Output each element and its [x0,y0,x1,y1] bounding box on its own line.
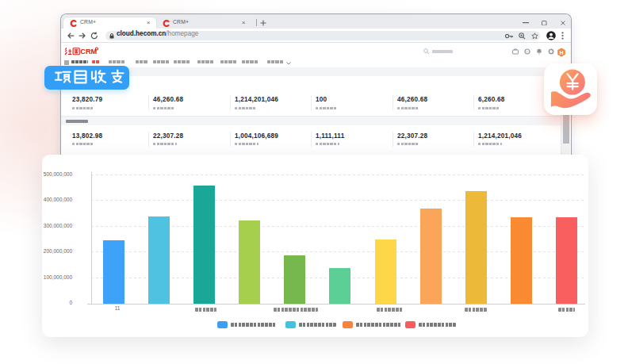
svg-text:CRM: CRM [80,48,97,56]
svg-text:H: H [559,49,563,55]
